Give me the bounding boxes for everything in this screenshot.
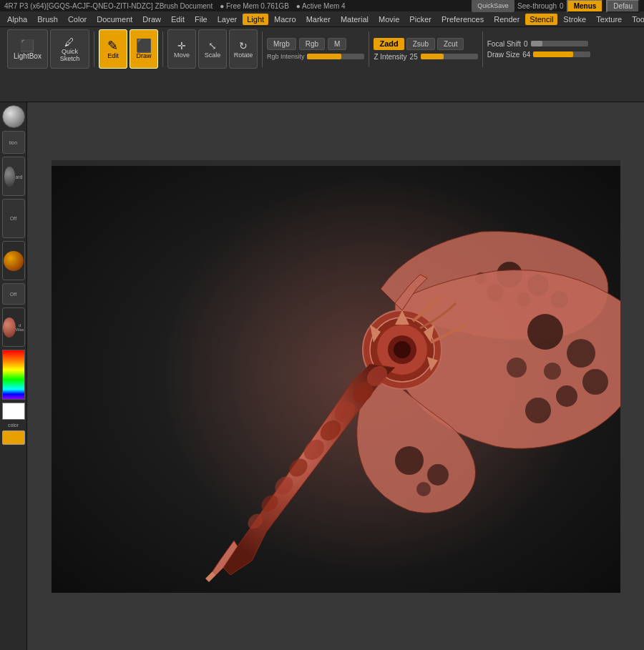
edit-icon: ✎	[107, 39, 118, 52]
sidebar-off-1[interactable]: Off	[2, 199, 25, 238]
svg-point-15	[395, 446, 424, 475]
z-intensity-label: Z Intensity	[374, 53, 406, 61]
see-through-val: 0	[560, 2, 564, 10]
scale-label: Scale	[205, 51, 221, 59]
menu-bar: Alpha Brush Color Document Draw Edit Fil…	[0, 11, 644, 27]
color-label: color	[8, 423, 19, 428]
edit-button[interactable]: ✎ Edit	[99, 29, 127, 69]
rgb-intensity-slider[interactable]	[307, 54, 364, 59]
svg-point-16	[427, 464, 449, 486]
menus-button[interactable]: Menus	[567, 0, 604, 13]
move-icon: ✛	[177, 40, 186, 51]
move-label: Move	[174, 51, 190, 59]
sidebar-label-action: tion	[2, 131, 25, 154]
svg-point-8	[527, 314, 563, 350]
toolbar: ⬛ LightBox 🖊 QuickSketch ✎ Edit ⬛ Draw	[0, 27, 644, 102]
rgb-row: Mrgb Rgb M	[267, 38, 365, 50]
menu-light[interactable]: Light	[243, 14, 268, 25]
3d-model-canvas	[52, 160, 620, 593]
z-intensity-slider[interactable]	[421, 54, 478, 59]
svg-point-22	[394, 341, 411, 358]
toolbar-divider-5	[482, 31, 483, 67]
m-button[interactable]: M	[328, 38, 346, 50]
menu-preferences[interactable]: Preferences	[437, 14, 488, 25]
main-canvas	[27, 102, 644, 650]
white-color-swatch[interactable]	[2, 403, 25, 420]
toolbar-divider-3	[262, 31, 263, 67]
draw-size-slider[interactable]	[533, 51, 590, 57]
menu-alpha[interactable]: Alpha	[3, 14, 31, 25]
menu-stroke[interactable]: Stroke	[559, 14, 590, 25]
menu-layer[interactable]: Layer	[213, 14, 242, 25]
z-intensity-row: Z Intensity 25	[374, 53, 477, 61]
rgb-button[interactable]: Rgb	[299, 38, 325, 50]
focal-shift-slider[interactable]	[531, 41, 588, 46]
menu-draw[interactable]: Draw	[138, 14, 165, 25]
draw-size-val: 64	[522, 51, 530, 59]
orange-color-swatch[interactable]	[2, 430, 25, 445]
zsub-button[interactable]: Zsub	[406, 38, 435, 50]
z-intensity-val: 25	[410, 53, 418, 61]
svg-point-11	[556, 385, 577, 407]
mrgb-button[interactable]: Mrgb	[267, 38, 296, 50]
rgb-intensity-label: Rgb Intensity	[267, 53, 305, 60]
menu-file[interactable]: File	[190, 14, 212, 25]
zcut-button[interactable]: Zcut	[437, 38, 464, 50]
focal-shift-row: Focal Shift 0	[487, 40, 591, 48]
sidebar-section-1: ard	[2, 157, 25, 196]
menu-document[interactable]: Document	[92, 14, 137, 25]
free-mem: ● Free Mem 0.761GB	[220, 2, 289, 10]
tool-preview[interactable]	[2, 105, 25, 128]
sidebar-material-preview[interactable]: d Wax	[2, 307, 25, 347]
default-button[interactable]: Defau	[606, 0, 640, 13]
svg-point-13	[507, 358, 527, 378]
see-through-label: See-through	[517, 2, 557, 10]
color-gradient-picker[interactable]	[2, 350, 25, 400]
scale-button[interactable]: ⤡ Scale	[198, 29, 227, 69]
rotate-label: Rotate	[234, 51, 253, 59]
menu-render[interactable]: Render	[489, 14, 524, 25]
menu-movie[interactable]: Movie	[374, 14, 404, 25]
edit-label: Edit	[107, 52, 119, 59]
menu-marker[interactable]: Marker	[302, 14, 335, 25]
menu-tool[interactable]: Tool	[628, 14, 644, 25]
menu-brush[interactable]: Brush	[33, 14, 62, 25]
zadd-button[interactable]: Zadd	[374, 38, 404, 50]
menu-picker[interactable]: Picker	[405, 14, 436, 25]
svg-point-12	[525, 398, 551, 423]
title-bar: 4R7 P3 (x64)[GGQS-ACJF-QNEO-ZITI-NDZC] Z…	[0, 0, 644, 11]
menu-edit[interactable]: Edit	[167, 14, 189, 25]
draw-label: Draw	[136, 52, 151, 59]
rgb-intensity-row: Rgb Intensity	[267, 53, 365, 60]
focal-shift-val: 0	[524, 40, 528, 48]
draw-button[interactable]: ⬛ Draw	[130, 29, 158, 69]
lightbox-label: LightBox	[14, 52, 42, 60]
svg-point-14	[544, 363, 561, 380]
menu-macro[interactable]: Macro	[270, 14, 301, 25]
menu-color[interactable]: Color	[64, 14, 91, 25]
focal-shift-label: Focal Shift	[487, 40, 521, 48]
menu-texture[interactable]: Texture	[592, 14, 626, 25]
toolbar-divider-1	[94, 31, 94, 67]
sidebar-off-2[interactable]: Off	[2, 283, 25, 305]
menu-stencil[interactable]: Stencil	[525, 14, 557, 25]
toolbar-top-row: ⬛ LightBox 🖊 QuickSketch ✎ Edit ⬛ Draw	[7, 33, 637, 65]
quick-sketch-label: QuickSketch	[60, 48, 80, 62]
canvas-viewport[interactable]	[52, 160, 620, 593]
quick-sketch-button[interactable]: 🖊 QuickSketch	[50, 29, 89, 69]
left-sidebar: tion ard Off Off d Wax color	[0, 102, 27, 650]
svg-point-10	[582, 369, 608, 395]
draw-icon: ⬛	[136, 39, 152, 52]
toolbar-divider-2	[162, 31, 163, 67]
quicksave-button[interactable]: QuickSave	[472, 0, 514, 12]
draw-size-label: Draw Size	[487, 51, 520, 59]
menu-material[interactable]: Material	[336, 14, 373, 25]
svg-point-17	[416, 482, 431, 496]
move-button[interactable]: ✛ Move	[167, 29, 196, 69]
lightbox-button[interactable]: ⬛ LightBox	[7, 29, 48, 69]
svg-point-9	[567, 339, 595, 368]
rotate-button[interactable]: ↻ Rotate	[229, 29, 258, 69]
horizontal-scrollbar[interactable]	[52, 160, 620, 166]
draw-size-row: Draw Size 64	[487, 51, 591, 59]
title-text: 4R7 P3 (x64)[GGQS-ACJF-QNEO-ZITI-NDZC] Z…	[4, 2, 213, 10]
